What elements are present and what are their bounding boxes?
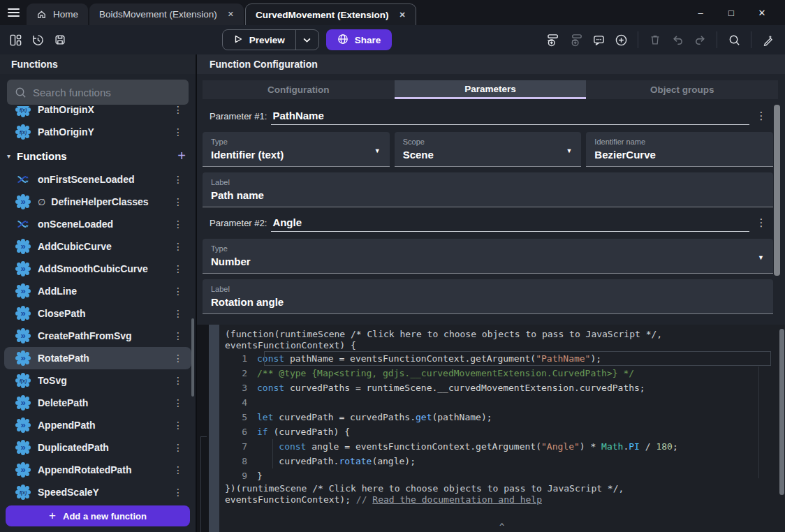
preview-dropdown-chevron-icon[interactable] bbox=[296, 30, 318, 50]
function-item-closepath[interactable]: ClosePath⋮ bbox=[4, 302, 191, 325]
parameter-name-input[interactable]: PathName bbox=[271, 110, 749, 125]
parameter-menu-icon[interactable]: ⋮ bbox=[749, 110, 773, 125]
tab-configuration[interactable]: Configuration bbox=[203, 80, 395, 99]
toolbar-divider bbox=[638, 31, 638, 48]
preview-button[interactable]: Preview bbox=[222, 29, 319, 50]
function-item-pathoriginx[interactable]: PathOriginX⋮ bbox=[4, 106, 191, 121]
trash-icon[interactable] bbox=[645, 30, 665, 50]
item-menu-icon[interactable]: ⋮ bbox=[170, 126, 186, 138]
item-menu-icon[interactable]: ⋮ bbox=[170, 308, 186, 319]
redo-icon[interactable] bbox=[690, 30, 710, 50]
code-line-9[interactable]: 9} bbox=[219, 468, 785, 483]
tab-close-icon[interactable]: ✕ bbox=[399, 10, 406, 20]
share-button[interactable]: Share bbox=[326, 29, 392, 50]
field-label[interactable]: LabelRotation angle bbox=[203, 279, 773, 314]
history-icon[interactable] bbox=[28, 30, 47, 50]
minimize-button[interactable]: – bbox=[690, 8, 711, 18]
tab-object-groups[interactable]: Object groups bbox=[586, 80, 778, 99]
field-identifier-name[interactable]: Identifier nameBezierCurve bbox=[586, 132, 773, 167]
item-menu-icon[interactable]: ⋮ bbox=[170, 420, 186, 431]
item-menu-icon[interactable]: ⋮ bbox=[170, 487, 186, 498]
code-line-3[interactable]: 3const curvedPaths = runtimeScene.__curv… bbox=[219, 380, 785, 395]
item-menu-icon[interactable]: ⋮ bbox=[170, 375, 186, 386]
function-item-onfirstsceneloaded[interactable]: onFirstSceneLoaded⋮ bbox=[4, 168, 191, 191]
tab-home[interactable]: Home bbox=[27, 3, 88, 25]
code-line-8[interactable]: 8 curvedPath.rotate(angle); bbox=[219, 454, 785, 468]
item-menu-icon[interactable]: ⋮ bbox=[170, 196, 186, 207]
add-function-plus-icon[interactable]: + bbox=[177, 149, 186, 163]
code-line-4[interactable]: 4 bbox=[219, 395, 785, 410]
function-item-addline[interactable]: AddLine⋮ bbox=[4, 280, 191, 302]
menu-icon[interactable] bbox=[0, 0, 27, 25]
item-menu-icon[interactable]: ⋮ bbox=[170, 263, 186, 274]
function-item-onsceneloaded[interactable]: onSceneLoaded⋮ bbox=[4, 213, 191, 235]
expand-editor-caret[interactable]: ^ bbox=[499, 522, 504, 532]
event-drag-handle[interactable] bbox=[209, 325, 219, 532]
function-item-addsmoothcubiccurve[interactable]: AddSmoothCubicCurve⋮ bbox=[4, 258, 191, 280]
close-button[interactable]: ✕ bbox=[751, 8, 772, 18]
item-menu-icon[interactable]: ⋮ bbox=[170, 353, 186, 364]
tab-boidsmovement-extension[interactable]: BoidsMovement (Extension)✕ bbox=[89, 3, 244, 25]
undo-icon[interactable] bbox=[668, 30, 687, 50]
item-menu-icon[interactable]: ⋮ bbox=[170, 286, 186, 297]
search-functions-box[interactable] bbox=[7, 80, 189, 105]
field-label[interactable]: LabelPath name bbox=[203, 172, 773, 207]
function-item-definehelperclasses[interactable]: ∅DefineHelperClasses⋮ bbox=[4, 191, 191, 213]
field-value: Scene bbox=[403, 149, 573, 161]
code-line-6[interactable]: 6if (curvedPath) { bbox=[219, 424, 785, 439]
field-type[interactable]: TypeIdentifier (text)▼ bbox=[203, 132, 390, 167]
field-type[interactable]: TypeNumber▼ bbox=[203, 239, 773, 274]
caret-down-icon[interactable]: ▾ bbox=[7, 152, 10, 160]
function-item-tosvg[interactable]: ToSvg⋮ bbox=[4, 369, 191, 392]
tab-close-icon[interactable]: ✕ bbox=[228, 10, 234, 19]
documentation-link[interactable]: Read the documentation and help bbox=[372, 494, 542, 505]
parameter-menu-icon[interactable]: ⋮ bbox=[749, 216, 773, 232]
function-item-createpathfromsvg[interactable]: CreatePathFromSvg⋮ bbox=[4, 325, 191, 347]
field-scope[interactable]: ScopeScene▼ bbox=[395, 132, 582, 167]
add-subevent-icon[interactable] bbox=[566, 30, 586, 50]
function-item-appendpath[interactable]: AppendPath⋮ bbox=[4, 414, 191, 436]
footer-token: eventsFunctionContext); bbox=[225, 494, 356, 505]
add-new-icon[interactable] bbox=[611, 30, 631, 50]
search-functions-input[interactable] bbox=[33, 87, 182, 98]
code-editor-surface[interactable]: (function(runtimeScene /* Click here to … bbox=[219, 325, 785, 532]
function-item-appendrotatedpath[interactable]: AppendRotatedPath⋮ bbox=[4, 459, 191, 481]
function-item-speedscaley[interactable]: SpeedScaleY⋮ bbox=[4, 481, 191, 500]
line-number: 9 bbox=[219, 471, 257, 481]
parameter-name-input[interactable]: Angle bbox=[271, 216, 749, 232]
function-item-duplicatedpath[interactable]: DuplicatedPath⋮ bbox=[4, 436, 191, 459]
add-comment-icon[interactable] bbox=[589, 30, 608, 50]
item-menu-icon[interactable]: ⋮ bbox=[170, 241, 186, 252]
item-menu-icon[interactable]: ⋮ bbox=[170, 330, 186, 341]
code-lines[interactable]: 1const pathName = eventsFunctionContext.… bbox=[219, 351, 785, 483]
panels-icon[interactable] bbox=[6, 30, 25, 50]
add-new-function-button[interactable]: + Add a new function bbox=[6, 505, 190, 526]
code-scrollbar[interactable] bbox=[779, 329, 784, 495]
code-line-5[interactable]: 5let curvedPath = curvedPaths.get(pathNa… bbox=[219, 410, 785, 424]
code-line-7[interactable]: 7 const angle = eventsFunctionContext.ge… bbox=[219, 439, 785, 454]
sidebar-scrollbar[interactable] bbox=[191, 318, 194, 397]
item-menu-icon[interactable]: ⋮ bbox=[170, 174, 186, 185]
search-icon[interactable] bbox=[724, 30, 744, 50]
function-item-deletepath[interactable]: DeletePath⋮ bbox=[4, 392, 191, 414]
titlebar: HomeBoidsMovement (Extension)✕CurvedMove… bbox=[0, 0, 785, 25]
item-menu-icon[interactable]: ⋮ bbox=[170, 464, 186, 475]
function-item-addcubiccurve[interactable]: AddCubicCurve⋮ bbox=[4, 235, 191, 258]
add-event-icon[interactable] bbox=[544, 30, 564, 50]
functions-group-header[interactable]: ▾Functions+ bbox=[0, 143, 196, 168]
function-item-rotatepath[interactable]: RotatePath⋮ bbox=[4, 347, 191, 369]
tab-curvedmovement-extension[interactable]: CurvedMovement (Extension)✕ bbox=[245, 3, 416, 25]
item-menu-icon[interactable]: ⋮ bbox=[170, 397, 186, 408]
code-line-2[interactable]: 2/** @type {Map<string, gdjs.__curvedMov… bbox=[219, 366, 785, 380]
item-menu-icon[interactable]: ⋮ bbox=[170, 442, 186, 453]
parameters-scrollbar[interactable] bbox=[774, 105, 780, 276]
maximize-button[interactable]: □ bbox=[721, 8, 742, 18]
code-line-1[interactable]: 1const pathName = eventsFunctionContext.… bbox=[219, 351, 785, 366]
item-menu-icon[interactable]: ⋮ bbox=[170, 219, 186, 230]
magic-edit-icon[interactable] bbox=[758, 30, 778, 50]
item-menu-icon[interactable]: ⋮ bbox=[170, 106, 186, 115]
tab-parameters[interactable]: Parameters bbox=[395, 80, 587, 99]
save-icon[interactable] bbox=[50, 30, 70, 50]
function-item-pathoriginy[interactable]: PathOriginY⋮ bbox=[4, 121, 191, 143]
events-sheet-margin bbox=[197, 325, 209, 532]
